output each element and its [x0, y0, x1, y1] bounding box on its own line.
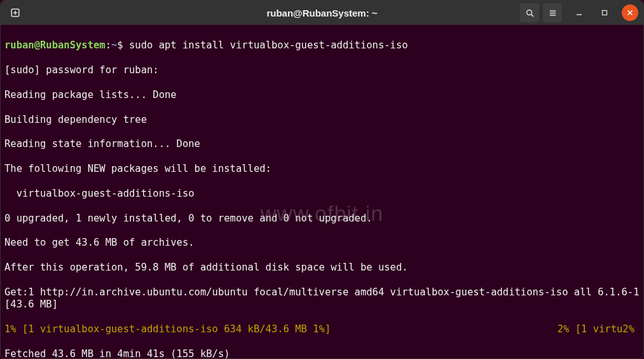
- output-line: Reading state information... Done: [4, 138, 640, 150]
- prompt-path: ~: [111, 39, 117, 51]
- output-line: [sudo] password for ruban:: [4, 64, 640, 76]
- output-line: Need to get 43.6 MB of archives.: [4, 237, 640, 249]
- progress-left: 1% [1 virtualbox-guest-additions-iso 634…: [4, 323, 331, 335]
- maximize-button[interactable]: [596, 4, 613, 21]
- titlebar-left-controls: [6, 3, 25, 22]
- output-line: Reading package lists... Done: [4, 89, 640, 101]
- hamburger-menu-button[interactable]: [543, 3, 562, 22]
- output-line: Building dependency tree: [4, 114, 640, 126]
- command-text: sudo apt install virtualbox-guest-additi…: [129, 39, 408, 51]
- new-tab-button[interactable]: [6, 3, 25, 22]
- prompt-user-host: ruban@RubanSystem: [4, 39, 106, 51]
- progress-line: 1% [1 virtualbox-guest-additions-iso 634…: [4, 323, 640, 335]
- output-line: Fetched 43.6 MB in 4min 41s (155 kB/s): [4, 348, 640, 359]
- output-line: virtualbox-guest-additions-iso: [4, 188, 640, 200]
- svg-point-3: [526, 10, 531, 15]
- output-line: Get:1 http://in.archive.ubuntu.com/ubunt…: [4, 286, 640, 311]
- window-titlebar: ruban@RubanSystem: ~: [1, 1, 643, 25]
- svg-rect-9: [603, 11, 607, 15]
- prompt-line-1: ruban@RubanSystem:~$ sudo apt install vi…: [4, 39, 640, 52]
- titlebar-right-controls: [520, 3, 638, 22]
- terminal-content[interactable]: ruban@RubanSystem:~$ sudo apt install vi…: [1, 25, 643, 358]
- output-line: After this operation, 59.8 MB of additio…: [4, 262, 640, 274]
- minimize-button[interactable]: [571, 4, 587, 21]
- progress-right: 2% [1 virtu2%: [558, 323, 634, 335]
- window-title: ruban@RubanSystem: ~: [266, 8, 377, 18]
- close-button[interactable]: [622, 4, 638, 21]
- svg-line-4: [531, 14, 533, 17]
- output-line: 0 upgraded, 1 newly installed, 0 to remo…: [4, 213, 640, 225]
- search-button[interactable]: [520, 3, 539, 22]
- output-line: The following NEW packages will be insta…: [4, 163, 640, 175]
